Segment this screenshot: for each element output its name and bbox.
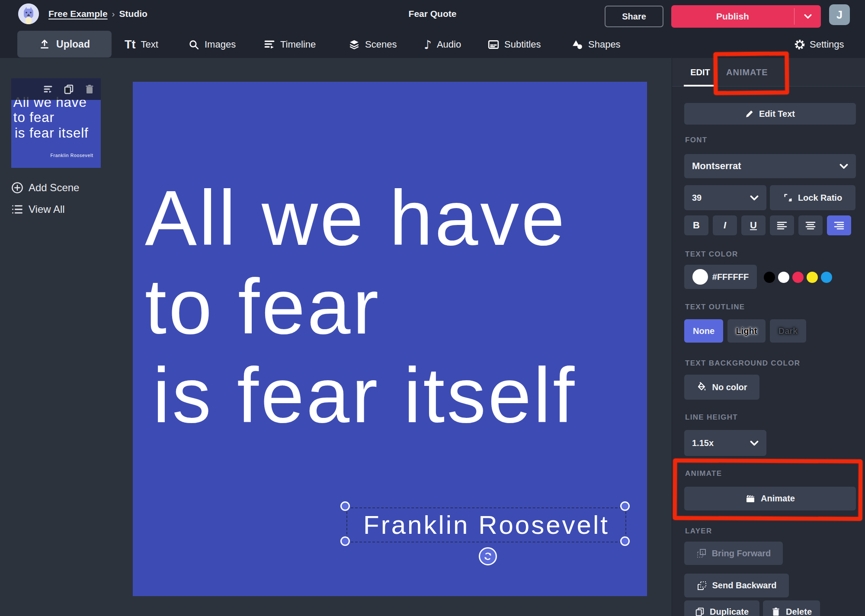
align-right-button[interactable] [827,215,851,235]
text-background-button[interactable]: No color [684,375,759,400]
editor-canvas[interactable]: All we have to fear is fear itself Frank… [133,82,647,596]
toolbar-label: Text [141,39,158,50]
quote-line-3[interactable]: is fear itself [153,356,577,434]
publish-button[interactable]: Publish [671,5,821,28]
music-note-icon: ♪ [424,38,432,52]
tab-edit[interactable]: EDIT [684,58,717,87]
project-title[interactable]: Fear Quote [409,0,457,28]
scene-thumbnail[interactable]: All we have to fear is fear itself Frank… [11,78,101,168]
upload-button[interactable]: Upload [17,31,112,58]
shapes-icon [572,39,583,50]
view-all-button[interactable]: View All [11,201,65,218]
quote-line-1[interactable]: All we have [145,179,567,257]
reorder-icon[interactable] [43,84,53,94]
bring-forward-button[interactable]: Bring Forward [684,542,783,565]
outline-dark-button[interactable]: Dark [770,319,806,343]
toolbar-item-scenes[interactable]: Scenes [349,35,397,55]
send-backward-label: Send Backward [712,581,777,590]
publish-label: Publish [671,5,794,28]
toolbar-item-audio[interactable]: ♪ Audio [424,35,461,55]
italic-button[interactable]: I [713,215,737,235]
layer-section-label: LAYER [685,527,712,536]
chevron-down-icon [839,164,848,169]
edit-text-label: Edit Text [759,109,795,119]
outline-light-button[interactable]: Light [727,319,766,343]
rotate-handle[interactable] [479,547,497,565]
edit-text-button[interactable]: Edit Text [684,103,856,125]
lock-ratio-button[interactable]: Lock Ratio [770,185,855,210]
line-height-select[interactable]: 1.15x [684,430,766,456]
breadcrumb-separator: › [112,9,115,19]
layers-icon [349,39,360,50]
trash-icon [771,607,781,616]
font-family-select[interactable]: Montserrat [684,154,856,178]
thumb-quote-line: to fear [13,111,54,124]
tab-edit-active-indicator [684,85,717,87]
duplicate-button[interactable]: Duplicate [684,600,759,616]
duplicate-icon [695,607,705,616]
line-height-section-label: LINE HEIGHT [685,413,738,422]
selection-handle-bottom-left[interactable] [340,536,350,546]
thumb-quote-line: is fear itself [15,126,89,140]
delete-button[interactable]: Delete [763,600,820,616]
delete-scene-icon[interactable] [84,84,95,94]
selection-handle-top-right[interactable] [620,501,630,511]
font-size-select[interactable]: 39 [684,185,766,210]
font-family-value: Montserrat [692,160,741,172]
settings-label: Settings [810,39,844,50]
outline-none-button[interactable]: None [684,319,723,343]
settings-button[interactable]: Settings [794,35,844,55]
timeline-icon [264,39,275,50]
inspector-tabs: EDIT ANIMATE [672,58,865,87]
toolbar-item-shapes[interactable]: Shapes [572,35,621,55]
animate-button[interactable]: Animate [684,487,856,510]
delete-label: Delete [786,607,812,616]
clapperboard-icon [745,494,756,504]
color-dot-black[interactable] [764,272,775,283]
user-avatar[interactable]: J [829,4,850,25]
text-color-picker[interactable]: #FFFFFF [684,265,757,289]
align-center-button[interactable] [798,215,823,235]
toolbar-label: Images [205,39,236,50]
gear-icon [794,39,805,50]
workspace-logo[interactable] [18,3,39,24]
align-left-icon [777,221,787,230]
color-dot-blue[interactable] [821,272,832,283]
publish-dropdown-toggle[interactable] [795,5,821,28]
quote-line-2[interactable]: to fear [145,268,381,346]
tab-animate[interactable]: ANIMATE [726,58,768,87]
toolbar-item-subtitles[interactable]: Subtitles [488,35,541,55]
selection-handle-top-left[interactable] [340,501,350,511]
animate-section-label: ANIMATE [685,469,722,478]
bring-forward-icon [696,548,707,558]
add-scene-label: Add Scene [29,182,79,194]
selected-text-layer[interactable]: Franklin Roosevelt [346,507,626,542]
selection-handle-bottom-right[interactable] [620,536,630,546]
breadcrumb: Free Example › Studio [48,0,147,28]
thumb-author: Franklin Roosevelt [51,153,93,158]
author-text: Franklin Roosevelt [363,510,609,540]
toolbar-item-text[interactable]: Tt Text [125,35,158,55]
toolbar-item-images[interactable]: Images [189,35,236,55]
font-size-value: 39 [692,193,702,203]
color-dot-white[interactable] [778,272,789,283]
align-left-button[interactable] [770,215,794,235]
chevron-down-icon [750,195,759,201]
breadcrumb-workspace-link[interactable]: Free Example [48,9,108,19]
bold-button[interactable]: B [684,215,708,235]
add-scene-button[interactable]: Add Scene [11,179,79,196]
duplicate-scene-icon[interactable] [64,84,74,94]
share-button[interactable]: Share [605,6,663,27]
inspector-panel: EDIT ANIMATE Edit Text FONT Montserrat 3… [672,58,865,616]
toolbar-item-timeline[interactable]: Timeline [264,35,316,55]
color-dot-red[interactable] [792,272,804,283]
text-color-value: #FFFFFF [712,272,749,282]
text-icon: Tt [125,38,135,51]
color-dot-yellow[interactable] [807,272,818,283]
pencil-icon [745,109,754,118]
lock-ratio-label: Lock Ratio [798,193,842,203]
send-backward-button[interactable]: Send Backward [684,574,789,597]
underline-button[interactable]: U [741,215,766,235]
lock-ratio-icon [783,193,793,202]
breadcrumb-page: Studio [119,9,147,19]
